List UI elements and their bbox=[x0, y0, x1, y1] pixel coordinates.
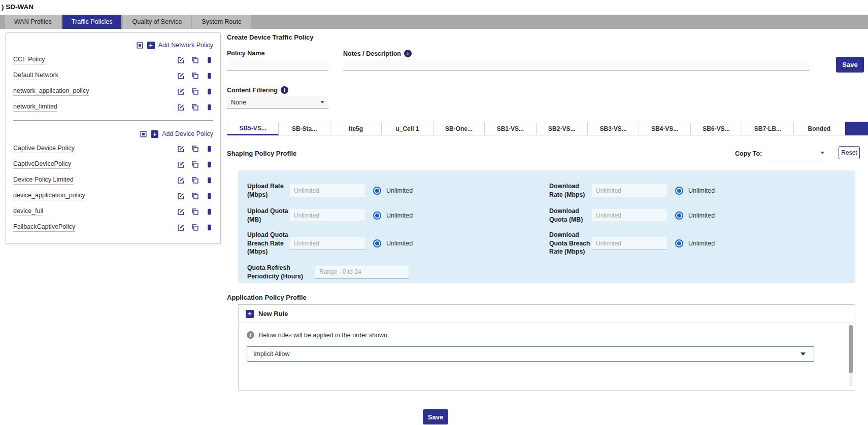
clone-icon[interactable] bbox=[191, 72, 199, 80]
device-policy-name[interactable]: device_full bbox=[13, 207, 43, 216]
scrollbar[interactable] bbox=[849, 325, 853, 387]
device-icon[interactable] bbox=[206, 224, 213, 231]
clone-icon[interactable] bbox=[191, 192, 199, 200]
device-icon[interactable] bbox=[206, 161, 213, 168]
device-tab[interactable]: SB7-LB... bbox=[742, 122, 793, 135]
device-tab[interactable]: lte5g bbox=[330, 122, 382, 135]
tab-traffic-policies[interactable]: Traffic Policies bbox=[62, 15, 122, 29]
clone-icon[interactable] bbox=[191, 103, 199, 111]
new-rule-button[interactable]: + New Rule bbox=[239, 305, 855, 323]
add-icon[interactable]: + bbox=[147, 42, 155, 49]
clone-icon[interactable] bbox=[191, 56, 199, 64]
save-button[interactable]: Save bbox=[836, 57, 864, 73]
add-icon: + bbox=[246, 310, 254, 318]
window-icon[interactable] bbox=[136, 42, 144, 49]
device-icon[interactable] bbox=[206, 192, 213, 200]
copy-to-select[interactable] bbox=[767, 147, 828, 159]
download-rate-input[interactable] bbox=[592, 184, 667, 197]
info-icon[interactable]: i bbox=[281, 86, 288, 94]
clone-icon[interactable] bbox=[191, 208, 199, 216]
device-tab[interactable]: SB4-VS... bbox=[639, 122, 690, 135]
add-device-policy-link[interactable]: Add Device Policy bbox=[162, 130, 213, 137]
tab-scroll-right-button[interactable] bbox=[845, 122, 868, 135]
rule-select[interactable]: Implicit Allow bbox=[247, 346, 814, 362]
device-tab[interactable]: SB2-VS... bbox=[537, 122, 588, 135]
download-quota-breach-input[interactable] bbox=[592, 237, 667, 250]
clone-icon[interactable] bbox=[191, 88, 199, 95]
device-icon[interactable] bbox=[206, 103, 213, 111]
clone-icon[interactable] bbox=[191, 145, 199, 153]
field-label: Download Rate (Mbps) bbox=[549, 182, 592, 199]
device-tab[interactable]: SB-Sta... bbox=[279, 122, 330, 135]
device-icon[interactable] bbox=[206, 208, 213, 216]
device-tab[interactable]: SB1-VS... bbox=[485, 122, 536, 135]
edit-icon[interactable] bbox=[177, 145, 185, 153]
edit-icon[interactable] bbox=[177, 161, 185, 168]
quota-refresh-input[interactable] bbox=[315, 266, 409, 279]
device-policy-name[interactable]: Device Policy Limited bbox=[13, 176, 74, 185]
device-policy-name[interactable]: device_application_policy bbox=[13, 192, 85, 200]
info-icon[interactable]: i bbox=[404, 50, 412, 57]
field-label: Download Quota (MB) bbox=[549, 207, 592, 224]
device-icon[interactable] bbox=[206, 72, 213, 80]
tab-system-route[interactable]: System Route bbox=[192, 15, 251, 29]
device-icon[interactable] bbox=[206, 56, 213, 64]
device-icon[interactable] bbox=[206, 88, 213, 95]
unlimited-radio[interactable] bbox=[675, 211, 683, 220]
application-policy-box: + New Rule i Below rules will be applied… bbox=[238, 304, 855, 391]
unlimited-radio[interactable] bbox=[675, 187, 683, 195]
edit-icon[interactable] bbox=[177, 208, 185, 216]
clone-icon[interactable] bbox=[191, 161, 199, 168]
edit-icon[interactable] bbox=[177, 176, 185, 184]
unlimited-radio[interactable] bbox=[373, 187, 381, 195]
device-tab[interactable]: Bonded bbox=[794, 122, 845, 135]
unlimited-radio[interactable] bbox=[373, 211, 381, 220]
device-icon[interactable] bbox=[206, 176, 213, 184]
notes-input[interactable] bbox=[343, 59, 809, 71]
content-filtering-select[interactable]: None bbox=[227, 96, 328, 109]
edit-icon[interactable] bbox=[177, 103, 185, 111]
edit-icon[interactable] bbox=[177, 192, 185, 200]
window-icon[interactable] bbox=[140, 130, 147, 138]
content-filtering-value: None bbox=[231, 99, 246, 106]
edit-icon[interactable] bbox=[177, 224, 185, 231]
tab-quality-of-service[interactable]: Quality of Service bbox=[123, 15, 191, 29]
edit-icon[interactable] bbox=[177, 72, 185, 80]
radio-label: Unlimited bbox=[386, 187, 413, 194]
device-policy-name[interactable]: FallbackCaptivePolicy bbox=[13, 223, 75, 232]
add-icon[interactable]: + bbox=[151, 130, 158, 138]
upload-quota-input[interactable] bbox=[290, 209, 365, 222]
network-policy-name[interactable]: network_limited bbox=[13, 103, 57, 112]
network-policy-name[interactable]: Default Network bbox=[13, 72, 58, 80]
device-policy-row: device_application_policy bbox=[13, 188, 213, 204]
device-tab[interactable]: SB-One... bbox=[433, 122, 485, 135]
tab-wan-profiles[interactable]: WAN Profiles bbox=[5, 15, 61, 29]
download-quota-input[interactable] bbox=[592, 209, 667, 222]
device-tab[interactable]: SB6-VS... bbox=[691, 122, 742, 135]
chevron-down-icon bbox=[820, 152, 824, 154]
upload-quota-breach-input[interactable] bbox=[290, 237, 365, 250]
upload-rate-input[interactable] bbox=[290, 184, 365, 197]
unlimited-radio[interactable] bbox=[373, 239, 381, 247]
clone-icon[interactable] bbox=[191, 176, 199, 184]
scrollbar-thumb[interactable] bbox=[849, 325, 853, 373]
add-network-policy-link[interactable]: Add Network Policy bbox=[158, 42, 213, 49]
edit-icon[interactable] bbox=[177, 88, 185, 95]
network-policy-name[interactable]: CCF Policy bbox=[13, 56, 45, 64]
clone-icon[interactable] bbox=[191, 224, 199, 231]
policy-name-input[interactable] bbox=[227, 59, 328, 71]
network-policy-name[interactable]: network_application_policy bbox=[13, 87, 89, 96]
device-policy-name[interactable]: CaptiveDevicePolicy bbox=[13, 160, 71, 169]
reset-button[interactable]: Reset bbox=[839, 146, 860, 159]
device-tab[interactable]: u_Cell 1 bbox=[382, 122, 433, 135]
device-tab[interactable]: SB5-VS... bbox=[227, 122, 279, 135]
unlimited-radio[interactable] bbox=[675, 239, 683, 247]
device-tab[interactable]: SB3-VS... bbox=[588, 122, 639, 135]
device-icon[interactable] bbox=[206, 145, 213, 153]
edit-icon[interactable] bbox=[177, 56, 185, 64]
save-button-bottom[interactable]: Save bbox=[423, 409, 448, 424]
network-policy-row: network_application_policy bbox=[13, 84, 213, 99]
device-policy-name[interactable]: Captive Device Policy bbox=[13, 145, 75, 153]
section-divider bbox=[13, 120, 213, 121]
chevron-down-icon bbox=[320, 101, 324, 103]
